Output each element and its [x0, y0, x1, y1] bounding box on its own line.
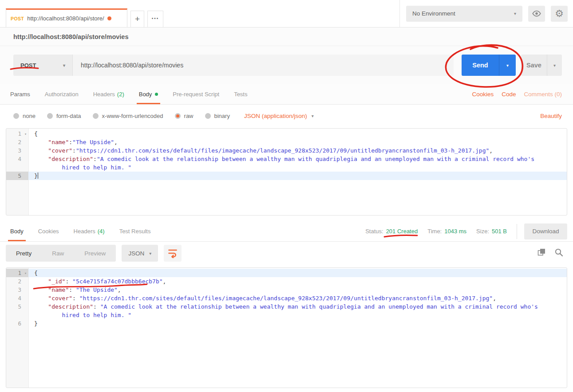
code-line[interactable]: 4 "cover": "https://cdn1.thr.com/sites/d… [6, 294, 567, 302]
tab-bar: POST http://localhost:8080/api/store/ + … [0, 0, 573, 27]
response-tab-cookies[interactable]: Cookies [37, 221, 60, 241]
time-value: 1043 ms [444, 228, 466, 235]
code-line[interactable]: 2 "_id": "5c4e715fa74c07dbbb6ecb7b", [6, 277, 567, 286]
radio-icon [13, 113, 19, 119]
code-line[interactable]: 3 "cover":"https://cdn1.thr.com/sites/de… [6, 146, 567, 155]
line-number: 1▾ [6, 269, 28, 277]
beautify-link[interactable]: Beautify [540, 113, 562, 119]
download-button[interactable]: Download [524, 223, 567, 239]
radio-form-data[interactable]: form-data [47, 113, 81, 119]
tab-url-label: http://localhost:8080/api/store/ [27, 15, 104, 22]
tab-params[interactable]: Params [9, 84, 32, 104]
code-line[interactable]: 5} [6, 172, 567, 180]
code-line[interactable]: hired to help him. " [6, 163, 567, 172]
search-icon [555, 248, 563, 257]
chevron-down-icon: ▾ [149, 251, 151, 256]
response-toolbar: Pretty Raw Preview JSON ▾ [0, 242, 573, 265]
send-options-button[interactable]: ▾ [499, 55, 516, 76]
url-input-value: http://localhost:8080/api/store/movies [81, 62, 183, 69]
response-tab-test-results[interactable]: Test Results [118, 221, 152, 241]
code-line[interactable]: 6} [6, 319, 567, 328]
content-type-value: JSON (application/json) [244, 113, 307, 119]
tab-headers[interactable]: Headers (2) [92, 84, 126, 104]
line-number: 5 [6, 172, 28, 180]
save-button[interactable]: Save [521, 55, 547, 76]
fold-caret-icon[interactable]: ▾ [24, 269, 27, 277]
code-line-text: "description": "A comedic look at the re… [28, 302, 538, 311]
request-tab[interactable]: POST http://localhost:8080/api/store/ [6, 8, 127, 27]
tab-body[interactable]: Body [138, 84, 160, 104]
view-pretty[interactable]: Pretty [6, 250, 42, 257]
response-headers-count-badge: (4) [98, 228, 105, 235]
code-line-text: } [28, 319, 38, 328]
chevron-down-icon: ▾ [514, 11, 516, 16]
send-button[interactable]: Send [462, 55, 499, 76]
radio-none[interactable]: none [13, 113, 36, 119]
code-line-text: hired to help him. " [28, 163, 131, 172]
cookies-link[interactable]: Cookies [472, 91, 494, 98]
method-select[interactable]: POST ▾ [13, 55, 73, 76]
comments-link[interactable]: Comments (0) [524, 91, 562, 98]
tab-method-label: POST [11, 16, 24, 21]
radio-icon [205, 113, 211, 119]
response-body-editor[interactable]: 1▾{2 "_id": "5c4e715fa74c07dbbb6ecb7b",3… [6, 267, 567, 388]
settings-button[interactable]: ⚙ [551, 6, 568, 22]
view-raw[interactable]: Raw [42, 250, 74, 257]
send-button-group: Send ▾ [462, 55, 516, 76]
tab-authorization[interactable]: Authorization [43, 84, 80, 104]
text-cursor [38, 172, 38, 179]
response-tab-headers[interactable]: Headers (4) [72, 221, 106, 241]
response-format-select[interactable]: JSON ▾ [122, 245, 158, 262]
request-body-editor[interactable]: 1▾{2 "name":"The Upside",3 "cover":"http… [6, 128, 567, 216]
status-value: 201 Created [386, 228, 418, 235]
line-number: 2 [6, 277, 28, 286]
line-number: 4 [6, 155, 28, 163]
fold-caret-icon[interactable]: ▾ [24, 129, 27, 138]
response-view-switch: Pretty Raw Preview [6, 245, 116, 262]
code-line[interactable]: 1▾{ [6, 269, 567, 277]
environment-quicklook-button[interactable] [528, 6, 545, 22]
chevron-down-icon: ▾ [312, 114, 314, 118]
method-select-value: POST [20, 62, 36, 69]
tab-tests[interactable]: Tests [233, 84, 249, 104]
new-tab-button[interactable]: + [130, 11, 144, 27]
unsaved-dot-icon [107, 16, 111, 20]
url-input[interactable]: http://localhost:8080/api/store/movies [73, 55, 454, 76]
code-line[interactable]: 2 "name":"The Upside", [6, 138, 567, 146]
line-number: 5 [6, 302, 28, 311]
body-mode-row: none form-data x-www-form-urlencoded raw… [0, 105, 573, 127]
postman-window: POST http://localhost:8080/api/store/ + … [0, 0, 573, 392]
environment-group: No Environment ▾ ⚙ [399, 0, 573, 27]
tab-pre-request-script[interactable]: Pre-request Script [171, 84, 221, 104]
environment-select[interactable]: No Environment ▾ [406, 6, 522, 22]
content-type-select[interactable]: JSON (application/json) ▾ [244, 113, 314, 119]
code-line-text: hired to help him. " [28, 311, 131, 319]
word-wrap-icon [168, 249, 177, 258]
search-response-button[interactable] [555, 248, 563, 259]
gear-icon: ⚙ [555, 9, 564, 19]
divider [517, 224, 517, 239]
code-line[interactable]: hired to help him. " [6, 311, 567, 319]
response-tab-body[interactable]: Body [9, 221, 25, 241]
headers-count-badge: (2) [117, 91, 124, 98]
code-line[interactable]: 3 "name": "The Upside", [6, 286, 567, 294]
wrap-lines-button[interactable] [164, 245, 182, 262]
save-options-button[interactable]: ▾ [547, 55, 562, 76]
code-line[interactable]: 1▾{ [6, 129, 567, 138]
time-badge: Time: 1043 ms [427, 228, 466, 235]
line-number: 2 [6, 138, 28, 146]
line-number: 3 [6, 146, 28, 155]
code-link[interactable]: Code [502, 91, 516, 98]
size-value: 501 B [492, 228, 507, 235]
radio-raw[interactable]: raw [175, 113, 194, 119]
code-line-text: "cover": "https://cdn1.thr.com/sites/def… [28, 294, 496, 302]
copy-response-button[interactable] [537, 248, 545, 258]
view-preview[interactable]: Preview [74, 250, 116, 257]
radio-binary[interactable]: binary [205, 113, 230, 119]
code-line-text: } [28, 172, 38, 180]
tab-options-button[interactable]: ••• [147, 11, 163, 27]
code-line[interactable]: 4 "description":"A comedic look at the r… [6, 155, 567, 163]
eye-icon [532, 10, 541, 17]
code-line[interactable]: 5 "description": "A comedic look at the … [6, 302, 567, 311]
radio-x-www-form-urlencoded[interactable]: x-www-form-urlencoded [93, 113, 163, 119]
